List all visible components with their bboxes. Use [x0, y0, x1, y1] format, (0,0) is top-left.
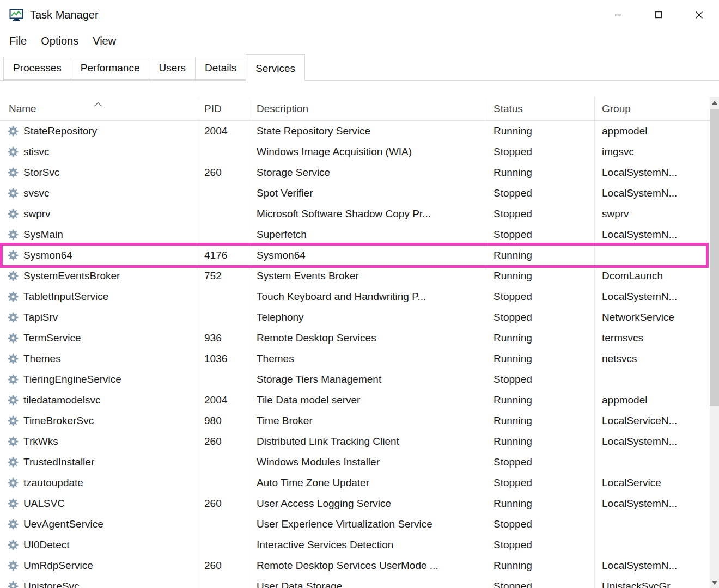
service-status: Running — [486, 162, 595, 183]
service-name-cell: StateRepository — [0, 121, 197, 142]
table-row[interactable]: SystemEventsBroker 752 System Events Bro… — [0, 266, 710, 286]
scrollbar-up-button[interactable] — [710, 97, 719, 108]
close-button[interactable] — [679, 0, 719, 29]
service-description: System Events Broker — [249, 266, 486, 286]
service-status: Stopped — [486, 307, 595, 328]
table-row[interactable]: tiledatamodelsvc 2004 Tile Data model se… — [0, 390, 710, 411]
menu-view[interactable]: View — [86, 33, 123, 50]
table-row[interactable]: TieringEngineService Storage Tiers Manag… — [0, 369, 710, 390]
service-group: appmodel — [595, 390, 710, 411]
tab-services[interactable]: Services — [246, 54, 305, 81]
service-name-cell: UnistoreSvc — [0, 576, 197, 588]
maximize-button[interactable] — [638, 0, 679, 29]
table-row[interactable]: TrkWks 260 Distributed Link Tracking Cli… — [0, 431, 710, 452]
column-header-name[interactable]: Name — [0, 97, 197, 120]
table-row[interactable]: TapiSrv Telephony Stopped NetworkService — [0, 307, 710, 328]
table-row[interactable]: UevAgentService User Experience Virtuali… — [0, 514, 710, 535]
service-name-cell: swprv — [0, 204, 197, 224]
table-row[interactable]: stisvc Windows Image Acquisition (WIA) S… — [0, 142, 710, 162]
service-description: Time Broker — [249, 411, 486, 431]
service-name: Themes — [23, 353, 61, 365]
menu-file[interactable]: File — [2, 33, 34, 50]
table-row[interactable]: Themes 1036 Themes Running netsvcs — [0, 348, 710, 369]
service-status: Running — [486, 555, 595, 576]
service-name: TermService — [23, 332, 81, 344]
column-header-status[interactable]: Status — [486, 97, 595, 120]
column-header-status-label: Status — [493, 103, 523, 115]
service-pid: 980 — [197, 411, 249, 431]
table-row[interactable]: UALSVC 260 User Access Logging Service R… — [0, 493, 710, 514]
tab-details[interactable]: Details — [195, 57, 246, 80]
service-group — [595, 452, 710, 473]
service-status: Running — [486, 266, 595, 286]
service-description: Distributed Link Tracking Client — [249, 431, 486, 452]
table-row[interactable]: TabletInputService Touch Keyboard and Ha… — [0, 286, 710, 307]
service-pid — [197, 183, 249, 204]
table-row[interactable]: TermService 936 Remote Desktop Services … — [0, 328, 710, 348]
service-group: LocalServiceN... — [595, 411, 710, 431]
service-status: Stopped — [486, 286, 595, 307]
service-gear-icon — [8, 209, 19, 219]
vertical-scrollbar[interactable] — [710, 97, 719, 588]
service-description: Superfetch — [249, 224, 486, 245]
service-description: Storage Service — [249, 162, 486, 183]
service-name-cell: TrkWks — [0, 431, 197, 452]
table-row[interactable]: tzautoupdate Auto Time Zone Updater Stop… — [0, 473, 710, 493]
table-row[interactable]: StateRepository 2004 State Repository Se… — [0, 121, 710, 142]
service-description: User Data Storage — [249, 576, 486, 588]
column-header-description[interactable]: Description — [249, 97, 486, 120]
table-row[interactable]: Sysmon64 4176 Sysmon64 Running — [0, 245, 710, 266]
service-group: appmodel — [595, 121, 710, 142]
service-pid — [197, 535, 249, 555]
service-group: UnistackSvcGr... — [595, 576, 710, 588]
service-status: Stopped — [486, 473, 595, 493]
service-gear-icon — [8, 415, 19, 426]
menu-options[interactable]: Options — [34, 33, 86, 50]
service-gear-icon — [8, 540, 19, 550]
service-name-cell: StorSvc — [0, 162, 197, 183]
table-row[interactable]: svsvc Spot Verifier Stopped LocalSystemN… — [0, 183, 710, 204]
service-group: LocalSystemN... — [595, 224, 710, 245]
service-description: Interactive Services Detection — [249, 535, 486, 555]
service-gear-icon — [8, 312, 19, 323]
column-header-pid[interactable]: PID — [197, 97, 249, 120]
service-gear-icon — [8, 126, 19, 137]
service-name: TapiSrv — [23, 311, 58, 323]
service-group: LocalSystemN... — [595, 286, 710, 307]
tab-processes[interactable]: Processes — [3, 57, 71, 80]
service-status: Stopped — [486, 452, 595, 473]
column-header-group[interactable]: Group — [595, 97, 710, 120]
table-row[interactable]: UnistoreSvc User Data Storage Stopped Un… — [0, 576, 710, 588]
scrollbar-track[interactable] — [710, 108, 719, 577]
tab-performance[interactable]: Performance — [71, 57, 150, 80]
service-pid: 2004 — [197, 121, 249, 142]
menu-bar: File Options View — [0, 29, 719, 52]
table-row[interactable]: UI0Detect Interactive Services Detection… — [0, 535, 710, 555]
service-group — [595, 514, 710, 535]
scrollbar-thumb[interactable] — [710, 109, 719, 406]
scrollbar-down-button[interactable] — [710, 577, 719, 588]
service-description: Telephony — [249, 307, 486, 328]
table-row[interactable]: swprv Microsoft Software Shadow Copy Pr.… — [0, 204, 710, 224]
service-name-cell: TrustedInstaller — [0, 452, 197, 473]
service-name: UevAgentService — [23, 518, 103, 530]
service-pid: 260 — [197, 162, 249, 183]
table-row[interactable]: UmRdpService 260 Remote Desktop Services… — [0, 555, 710, 576]
service-pid — [197, 576, 249, 588]
minimize-button[interactable] — [598, 0, 638, 29]
table-row[interactable]: SysMain Superfetch Stopped LocalSystemN.… — [0, 224, 710, 245]
service-group — [595, 245, 710, 266]
title-bar-left: Task Manager — [0, 7, 598, 22]
service-description: User Experience Virtualization Service — [249, 514, 486, 535]
table-row[interactable]: TimeBrokerSvc 980 Time Broker Running Lo… — [0, 411, 710, 431]
service-status: Running — [486, 493, 595, 514]
tab-users[interactable]: Users — [149, 57, 196, 80]
service-gear-icon — [8, 333, 19, 344]
table-row[interactable]: StorSvc 260 Storage Service Running Loca… — [0, 162, 710, 183]
service-pid: 260 — [197, 555, 249, 576]
service-description: State Repository Service — [249, 121, 486, 142]
service-name: tiledatamodelsvc — [23, 394, 101, 406]
table-row[interactable]: TrustedInstaller Windows Modules Install… — [0, 452, 710, 473]
service-name: UmRdpService — [23, 560, 93, 572]
service-name: TrustedInstaller — [23, 456, 94, 468]
